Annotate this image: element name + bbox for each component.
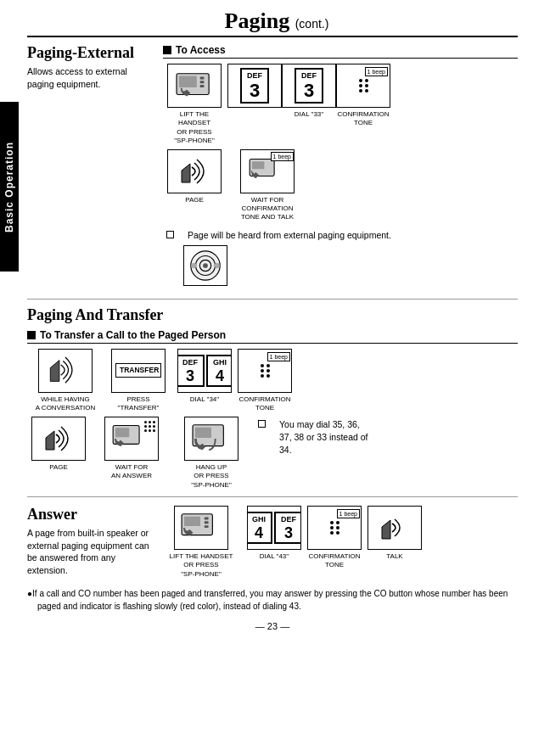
- section-divider-2: [27, 496, 518, 497]
- external-paging-note: Page will be heard from external paging …: [166, 226, 391, 288]
- svg-rect-4: [200, 85, 205, 87]
- answer-bullet-note: ●If a call and CO number has been paged …: [27, 587, 518, 613]
- answer-desc: A page from built-in speaker or external…: [27, 527, 156, 577]
- lift-handset-icon: [167, 64, 222, 108]
- ghi4def3-cell: GHI 4 DEF 3 DIAL "43": [243, 506, 306, 561]
- wait-answer-cell: WAIT FOR AN ANSWER: [93, 417, 170, 481]
- wait-answer-label: WAIT FOR AN ANSWER: [111, 463, 152, 481]
- to-transfer-header: To Transfer a Call to the Paged Person: [27, 329, 518, 344]
- def3-cell-1: DEF 3: [229, 64, 280, 110]
- lift-handset-label: LIFT THE HANDSET OR PRESS "SP-PHONE": [163, 110, 226, 146]
- paging-transfer-heading: Paging And Transfer: [27, 306, 518, 324]
- conf-tone-icon-3: 1 beep: [307, 506, 362, 550]
- conversation-label: WHILE HAVING A CONVERSATION: [36, 395, 96, 413]
- svg-rect-19: [205, 525, 209, 528]
- transfer-btn-icon: TRANSFER: [111, 349, 166, 393]
- paging-external-heading: Paging-External: [27, 44, 156, 62]
- conf-tone-cell-2: 1 beep CONFIRMATION TONE: [239, 349, 290, 413]
- answer-row1: LIFT THE HANDSET OR PRESS "SP-PHONE" GHI…: [163, 506, 518, 579]
- wait-answer-icon: [104, 417, 159, 461]
- paging-external-desc: Allows access to external paging equipme…: [27, 65, 156, 90]
- hangup-label: HANG UP OR PRESS "SP-PHONE": [191, 463, 231, 490]
- answer-section: Answer A page from built-in speaker or e…: [27, 506, 518, 613]
- svg-rect-18: [205, 521, 209, 524]
- def3-numbox-1: DEF 3: [240, 68, 269, 104]
- ghi4def3-icon: GHI 4 DEF 3: [247, 506, 301, 550]
- answer-heading: Answer: [27, 506, 156, 524]
- paging-external-section: Paging-External Allows access to externa…: [27, 44, 518, 292]
- wait-conf-label: WAIT FOR CONFIRMATION TONE AND TALK: [241, 196, 294, 222]
- conf-tone-cell-1: 1 beep CONFIRMATION TONE: [338, 64, 389, 128]
- conf-tone-icon-1: 1 beep: [336, 64, 390, 108]
- title-divider: [27, 36, 518, 37]
- header-square-2: [27, 331, 36, 339]
- hangup-cell: HANG UP OR PRESS "SP-PHONE": [173, 417, 250, 490]
- page-cell-2: PAGE: [27, 417, 90, 472]
- page-icon-1: [167, 149, 222, 193]
- svg-rect-1: [179, 76, 197, 87]
- ghi4def3-label: DIAL "43": [260, 552, 289, 561]
- def3-label-2: DIAL "33": [295, 110, 323, 119]
- transfer-row2: PAGE: [27, 417, 518, 490]
- conversation-cell: WHILE HAVING A CONVERSATION: [27, 349, 104, 413]
- access-row1: LIFT THE HANDSET OR PRESS "SP-PHONE" DEF…: [163, 64, 518, 146]
- wait-conf-icon: 1 beep: [240, 149, 295, 193]
- talk-icon: [367, 506, 422, 550]
- def3ghi4-label: DIAL "34": [190, 395, 219, 404]
- svg-rect-3: [200, 81, 205, 83]
- access-row2: PAGE: [163, 149, 518, 288]
- section-divider-1: [27, 299, 518, 300]
- transfer-note: You may dial 35, 36, 37, 38 or 33 instea…: [258, 418, 368, 457]
- page-icon-2: [31, 417, 86, 461]
- svg-rect-16: [184, 517, 200, 526]
- def3-icon-1: DEF 3: [227, 64, 282, 108]
- svg-point-10: [203, 263, 208, 268]
- transfer-row1: WHILE HAVING A CONVERSATION TRANSFER PRE…: [27, 349, 518, 413]
- paging-transfer-section: Paging And Transfer To Transfer a Call t…: [27, 306, 518, 490]
- page-container: Basic Operation Paging (cont.) Paging-Ex…: [0, 0, 533, 640]
- page-number: — 23 —: [27, 621, 518, 631]
- def3ghi4-icon: DEF 3 GHI 4: [177, 349, 232, 393]
- conf-tone-label-2: CONFIRMATION TONE: [238, 395, 290, 413]
- lift-handset-cell: LIFT THE HANDSET OR PRESS "SP-PHONE": [163, 64, 226, 146]
- def3ghi4-cell: DEF 3 GHI 4 DIAL "34": [173, 349, 236, 404]
- hangup-icon: [184, 417, 238, 461]
- answer-handset-label: LIFT THE HANDSET OR PRESS "SP-PHONE": [170, 552, 233, 579]
- transfer-btn-label: PRESS "TRANSFER": [118, 395, 160, 413]
- conf-tone-label-3: CONFIRMATION TONE: [308, 552, 360, 570]
- paging-external-right: To Access: [163, 44, 518, 292]
- def3-cell-2: DEF 3 DIAL "33": [283, 64, 334, 119]
- conf-tone-icon-2: 1 beep: [238, 349, 292, 393]
- wait-conf-cell: 1 beep WAIT FOR CONFIRMATION TONE AND TA…: [229, 149, 306, 222]
- external-speaker-icon: [183, 245, 227, 286]
- talk-label: TALK: [386, 552, 402, 561]
- page-cell-1: PAGE: [163, 149, 226, 204]
- to-access-header: To Access: [163, 44, 518, 59]
- svg-rect-12: [115, 428, 129, 437]
- svg-rect-17: [205, 517, 209, 519]
- svg-rect-14: [195, 427, 211, 437]
- def3-numbox-2: DEF 3: [295, 68, 323, 104]
- talk-cell: TALK: [363, 506, 426, 561]
- conversation-icon: [38, 349, 93, 393]
- conf-tone-label-1: CONFIRMATION TONE: [337, 110, 389, 128]
- answer-handset-icon: [174, 506, 228, 550]
- page-title: Paging (cont.): [225, 8, 329, 33]
- svg-rect-2: [200, 77, 205, 80]
- page-label-1: PAGE: [185, 196, 204, 204]
- header-square: [163, 46, 171, 54]
- page-label-2: PAGE: [49, 463, 68, 472]
- conf-tone-cell-3: 1 beep CONFIRMATION TONE: [309, 506, 360, 570]
- answer-handset-cell: LIFT THE HANDSET OR PRESS "SP-PHONE": [163, 506, 239, 579]
- def3-icon-2: DEF 3: [282, 64, 336, 108]
- sidebar-label: Basic Operation: [0, 102, 19, 272]
- svg-rect-6: [252, 161, 264, 169]
- transfer-btn-cell: TRANSFER PRESS "TRANSFER": [107, 349, 170, 413]
- paging-external-left: Paging-External Allows access to externa…: [27, 44, 163, 292]
